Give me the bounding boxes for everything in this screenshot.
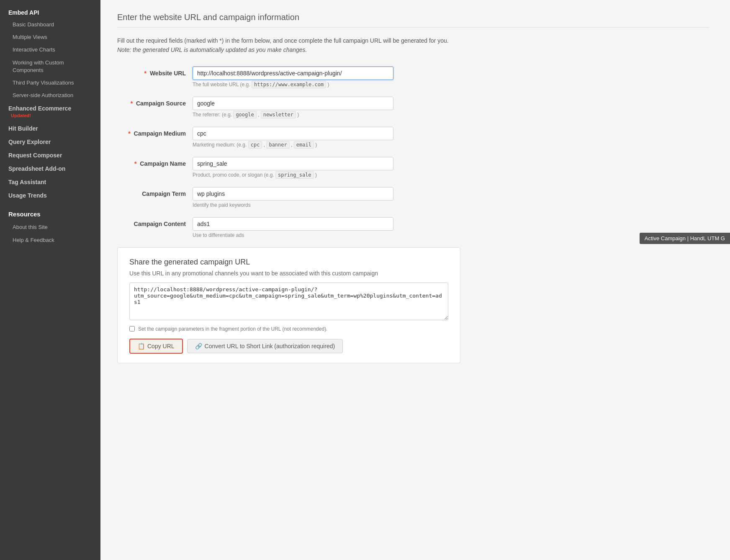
- sidebar: Embed API Basic Dashboard Multiple Views…: [0, 0, 100, 560]
- campaign-name-label: * Campaign Name: [117, 157, 193, 167]
- campaign-source-hint: The referrer: (e.g. google , newsletter …: [193, 112, 460, 118]
- copy-url-button[interactable]: 📋 Copy URL: [129, 339, 183, 354]
- sidebar-request-composer[interactable]: Request Composer: [0, 149, 100, 162]
- share-box: Share the generated campaign URL Use thi…: [117, 247, 460, 363]
- sidebar-hit-builder[interactable]: Hit Builder: [0, 122, 100, 135]
- campaign-content-hint: Use to differentiate ads: [193, 232, 460, 238]
- sidebar-item-third-party[interactable]: Third Party Visualizations: [0, 77, 100, 89]
- campaign-medium-input[interactable]: [193, 127, 393, 140]
- fragment-checkbox[interactable]: [129, 326, 135, 331]
- campaign-source-label: * Campaign Source: [117, 97, 193, 107]
- page-title: Enter the website URL and campaign infor…: [117, 13, 709, 28]
- website-url-hint: The full website URL (e.g. https://www.e…: [193, 82, 460, 87]
- required-star-name: *: [134, 160, 136, 167]
- campaign-source-field-wrap: The referrer: (e.g. google , newsletter …: [193, 97, 460, 118]
- campaign-name-field-wrap: Product, promo code, or slogan (e.g. spr…: [193, 157, 460, 178]
- tooltip-box: Active Campaign | HandL UTM G: [640, 233, 730, 244]
- campaign-source-row: * Campaign Source The referrer: (e.g. go…: [117, 97, 460, 118]
- sidebar-item-multiple-views[interactable]: Multiple Views: [0, 31, 100, 44]
- required-star-source: *: [131, 100, 133, 107]
- campaign-medium-label: * Campaign Medium: [117, 127, 193, 137]
- sidebar-help-feedback[interactable]: Help & Feedback: [0, 234, 100, 247]
- required-star: *: [144, 70, 147, 77]
- generated-url-textarea[interactable]: http://localhost:8888/wordpress/active-c…: [129, 283, 448, 320]
- convert-url-button[interactable]: 🔗 Convert URL to Short Link (authorizati…: [187, 339, 343, 353]
- link-icon: 🔗: [195, 343, 202, 349]
- campaign-content-field-wrap: Use to differentiate ads: [193, 217, 460, 238]
- campaign-term-label: Campaign Term: [117, 187, 193, 197]
- resources-header: Resources: [0, 202, 100, 221]
- fragment-row: Set the campaign parameters in the fragm…: [129, 326, 448, 332]
- campaign-source-input[interactable]: [193, 97, 393, 110]
- campaign-medium-row: * Campaign Medium Marketing medium: (e.g…: [117, 127, 460, 148]
- website-url-hint-example: https://www.example.com: [252, 81, 326, 88]
- required-star-medium: *: [128, 130, 130, 137]
- clipboard-icon: 📋: [138, 343, 145, 349]
- sidebar-tag-assistant[interactable]: Tag Assistant: [0, 175, 100, 189]
- updated-badge: Updated!: [11, 113, 31, 118]
- campaign-term-hint: Identify the paid keywords: [193, 202, 460, 208]
- campaign-name-input[interactable]: [193, 157, 393, 170]
- sidebar-item-custom-components[interactable]: Working with Custom Components: [0, 57, 100, 77]
- sidebar-query-explorer[interactable]: Query Explorer: [0, 135, 100, 149]
- campaign-name-hint: Product, promo code, or slogan (e.g. spr…: [193, 172, 460, 178]
- share-title: Share the generated campaign URL: [129, 258, 448, 267]
- campaign-medium-field-wrap: Marketing medium: (e.g. cpc , banner , e…: [193, 127, 460, 148]
- campaign-content-label: Campaign Content: [117, 217, 193, 227]
- sidebar-item-interactive-charts[interactable]: Interactive Charts: [0, 44, 100, 56]
- campaign-name-row: * Campaign Name Product, promo code, or …: [117, 157, 460, 178]
- copy-url-label: Copy URL: [147, 343, 175, 349]
- campaign-term-row: Campaign Term Identify the paid keywords: [117, 187, 460, 208]
- campaign-term-input[interactable]: [193, 187, 393, 200]
- fragment-label: Set the campaign parameters in the fragm…: [138, 326, 327, 332]
- campaign-content-row: Campaign Content Use to differentiate ad…: [117, 217, 460, 238]
- sidebar-about-site[interactable]: About this Site: [0, 221, 100, 234]
- website-url-row: * Website URL The full website URL (e.g.…: [117, 67, 460, 87]
- convert-url-label: Convert URL to Short Link (authorization…: [205, 343, 335, 349]
- website-url-label: * Website URL: [117, 67, 193, 77]
- website-url-field-wrap: The full website URL (e.g. https://www.e…: [193, 67, 460, 87]
- share-desc: Use this URL in any promotional channels…: [129, 270, 448, 277]
- campaign-term-field-wrap: Identify the paid keywords: [193, 187, 460, 208]
- campaign-content-input[interactable]: [193, 217, 393, 231]
- sidebar-item-basic-dashboard[interactable]: Basic Dashboard: [0, 18, 100, 31]
- sidebar-item-server-auth[interactable]: Server-side Authorization: [0, 89, 100, 102]
- sidebar-usage-trends[interactable]: Usage Trends: [0, 189, 100, 202]
- btn-row: 📋 Copy URL 🔗 Convert URL to Short Link (…: [129, 339, 448, 354]
- intro-text: Fill out the required fields (marked wit…: [117, 36, 460, 55]
- campaign-medium-hint: Marketing medium: (e.g. cpc , banner , e…: [193, 142, 460, 148]
- sidebar-enhanced-ecommerce[interactable]: Enhanced Ecommerce Updated!: [0, 102, 100, 122]
- main-content: Enter the website URL and campaign infor…: [100, 0, 730, 560]
- sidebar-embed-api[interactable]: Embed API: [0, 5, 100, 18]
- sidebar-spreadsheet-addon[interactable]: Spreadsheet Add-on: [0, 162, 100, 175]
- intro-italic: Note: the generated URL is automatically…: [117, 46, 307, 53]
- website-url-input[interactable]: [193, 67, 393, 80]
